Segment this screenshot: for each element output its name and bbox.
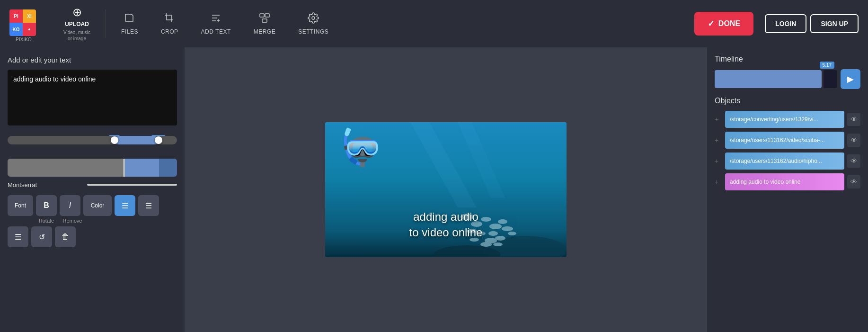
italic-icon: I [69,201,71,210]
color-label: Color [91,202,105,209]
list-button[interactable]: ☰ [8,226,28,247]
remove-label: Remove [60,218,85,224]
merge-icon [259,12,270,26]
underwater-scene: 🤿 adding audio to video online [325,122,567,257]
files-label: FILES [121,28,138,35]
object-label-1: /storage/converting/users/1329/vi... [730,116,818,123]
eye-icon-3: 👁 [850,157,857,165]
object-eye-2[interactable]: 👁 [847,134,860,147]
upload-label: UPLOAD [65,21,89,27]
drag-handle-4[interactable]: + [715,178,722,186]
color-button[interactable]: Color [83,195,112,216]
nav-upload[interactable]: ⊕ UPLOAD Video, musicor image [52,0,102,47]
svg-point-14 [502,226,513,231]
done-button[interactable]: ✓ DONE [694,12,753,36]
align-right-button[interactable]: ☰ [138,195,159,216]
object-bar-1[interactable]: /storage/converting/users/1329/vi... [725,111,844,128]
object-label-2: /storage/users/113162/video/scuba-... [730,137,825,144]
align-left-button[interactable]: ☰ [115,195,135,216]
object-bar-4[interactable]: adding audio to video online [725,173,844,190]
list-icon: ☰ [15,233,21,242]
object-eye-4[interactable]: 👁 [847,175,860,188]
trash-icon: 🗑 [62,233,69,241]
signup-button[interactable]: SIGN UP [810,14,859,33]
svg-point-23 [493,242,503,246]
font-size-bar [87,184,177,186]
italic-button[interactable]: I [60,195,80,216]
objects-title: Objects [715,97,860,105]
video-text-overlay: adding audio to video online [409,209,483,241]
nav-settings[interactable]: SETTINGS [287,0,340,47]
font-name: Montserrat [8,181,37,188]
svg-point-19 [508,232,516,235]
files-icon [124,12,135,26]
logo-text: PIXIKO [9,37,38,42]
eye-icon-2: 👁 [850,136,857,144]
object-row-2: + /storage/users/113162/video/scuba-... … [715,132,860,149]
timeline-bar-container: 5.17 ▶ [715,69,860,89]
font-button[interactable]: Font [8,195,33,216]
drag-handle-3[interactable]: + [715,157,722,165]
topnav: PI XI KO ● PIXIKO ⊕ UPLOAD Video, musico… [0,0,868,47]
rotate-label: Rotate [36,218,57,224]
bold-button[interactable]: B [36,195,57,216]
left-panel: Add or edit your text adding audio to vi… [0,47,185,332]
svg-point-12 [489,224,502,229]
bold-icon: B [44,201,49,210]
font-label: Font [15,202,26,209]
right-panel: Timeline 5.17 ▶ Objects + [707,47,868,332]
color-swatch [159,159,177,177]
nav-merge[interactable]: MERGE [242,0,287,47]
timeline-play-button[interactable]: ▶ [841,69,860,89]
timeline-marker: 5.17 [820,62,834,69]
object-bar-3[interactable]: /storage/users/113162/audio/hipho... [725,153,844,170]
crop-icon [164,12,175,26]
video-container: 🤿 adding audio to video online [325,122,567,257]
text-input[interactable]: adding audio to video online [8,70,177,126]
time-range-slider[interactable]: 3.9 5.91 [8,136,177,155]
drag-handle-2[interactable]: + [715,136,722,144]
play-icon: ▶ [847,74,854,84]
svg-rect-0 [260,14,264,17]
add-text-icon [210,12,221,26]
panel-title: Add or edit your text [8,56,177,64]
bottom-btn-row: ☰ ↺ 🗑 [8,226,177,247]
color-selected [124,159,159,177]
timeline-black-segment [824,70,837,88]
eye-icon-4: 👁 [850,178,857,186]
slider-handle-right[interactable] [155,136,162,144]
diver-image: 🤿 [339,127,384,169]
svg-point-3 [312,17,315,19]
logo: PI XI KO ● PIXIKO [9,9,38,38]
svg-rect-1 [265,14,269,17]
svg-rect-2 [262,19,267,22]
center-area: 🤿 adding audio to video online [185,47,707,332]
font-controls: Montserrat Font B I Color ☰ [8,181,177,247]
object-eye-3[interactable]: 👁 [847,154,860,168]
nav-files[interactable]: FILES [110,0,150,47]
object-eye-1[interactable]: 👁 [847,113,860,126]
slider-handle-left[interactable] [111,136,118,144]
color-preview-bg [8,159,124,177]
timeline-section: Timeline 5.17 ▶ [715,55,860,89]
nav-crop[interactable]: CROP [150,0,190,47]
eye-icon-1: 👁 [850,116,857,123]
main-content: Add or edit your text adding audio to vi… [0,47,868,332]
align-left-icon: ☰ [122,201,128,210]
nav-divider-1 [106,9,106,38]
nav-add-text[interactable]: ADD TEXT [190,0,242,47]
login-button[interactable]: LOGIN [765,14,806,33]
align-right-icon: ☰ [145,201,152,210]
upload-icon: ⊕ [72,6,82,19]
object-label-4: adding audio to video online [730,179,800,185]
remove-button[interactable]: 🗑 [55,226,76,247]
object-bar-2[interactable]: /storage/users/113162/video/scuba-... [725,132,844,149]
crop-label: CROP [161,28,178,35]
rotate-button[interactable]: ↺ [31,226,52,247]
settings-label: SETTINGS [298,28,328,35]
timeline-title: Timeline [715,55,860,63]
drag-handle-1[interactable]: + [715,116,722,123]
settings-icon [308,12,319,26]
slider-fill [115,136,159,144]
color-preview-row [8,159,177,177]
